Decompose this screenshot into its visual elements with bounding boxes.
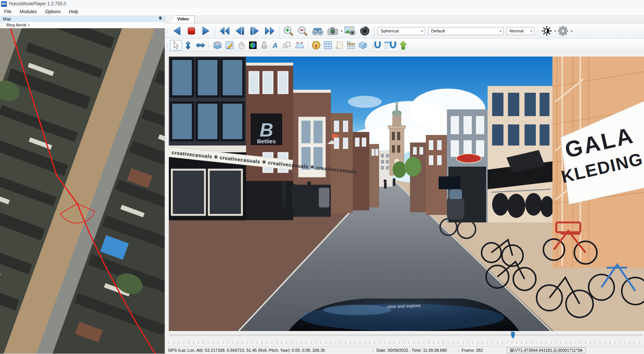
- image-export-icon: [344, 25, 356, 37]
- layers-tool-button[interactable]: [211, 40, 224, 51]
- map-city-blocks: [0, 28, 165, 354]
- map-layer-value: Bing Aerial: [6, 23, 26, 27]
- brightness-icon: [541, 25, 552, 37]
- perspective-tool-button[interactable]: [293, 40, 306, 51]
- play-button[interactable]: [199, 25, 213, 37]
- compass-tool-button[interactable]: [310, 40, 322, 51]
- snapshot-camera-button[interactable]: [325, 25, 340, 37]
- app-window: MP HorusMoviePlayer 1.2.735.0 File Modul…: [0, 0, 644, 354]
- brightness-button[interactable]: [540, 25, 554, 37]
- preset-dropdown[interactable]: Default ▾: [428, 27, 503, 35]
- perspective-icon: [294, 41, 305, 50]
- app-icon: MP: [1, 1, 7, 7]
- toolbar-grip: [167, 29, 168, 33]
- timeline-thumb[interactable]: [511, 332, 515, 339]
- next-frame-button[interactable]: [247, 25, 262, 37]
- status-bar: GPS (Lat, Lon, Alt): 53.217338, 6.569723…: [165, 346, 644, 354]
- window-title: HorusMoviePlayer 1.2.735.0: [9, 1, 66, 6]
- contrast-mask-button[interactable]: [247, 40, 259, 51]
- cursor-icon: [174, 41, 179, 49]
- tools-toolbar: A: [165, 39, 644, 52]
- toolbar-grip: [167, 43, 168, 47]
- zoom-in-icon: [283, 25, 295, 37]
- status-datetime: Date: 30/09/2022 , Time: 11:39:38.680: [373, 348, 458, 352]
- chevron-down-icon: ▾: [421, 29, 423, 33]
- projection-value: Spherical: [381, 29, 399, 33]
- export-up-button[interactable]: [398, 40, 409, 51]
- fast-rewind-icon: [218, 25, 231, 37]
- menu-modules[interactable]: Modules: [15, 8, 41, 15]
- map-toolbar: Bing Aerial ▾: [0, 22, 165, 28]
- copy-region-button[interactable]: [281, 40, 293, 51]
- separator: [215, 25, 215, 37]
- play-reverse-button[interactable]: [170, 25, 184, 37]
- chevron-down-icon[interactable]: ▾: [571, 29, 572, 33]
- projection-dropdown[interactable]: Spherical ▾: [378, 27, 425, 35]
- separator: [374, 25, 374, 37]
- spotlight-tool-button[interactable]: [259, 40, 270, 51]
- script-log-button[interactable]: [333, 40, 345, 51]
- panorama-lens-button[interactable]: [358, 25, 372, 37]
- fast-rewind-button[interactable]: [217, 25, 232, 37]
- video-viewport[interactable]: B Betties creativecasuals ✳ creativecasu…: [169, 57, 644, 331]
- draw-edit-tool-button[interactable]: [224, 40, 236, 51]
- menu-help[interactable]: Help: [65, 8, 83, 15]
- betties-sign: B Betties: [251, 114, 282, 145]
- next-frame-icon: [248, 25, 261, 37]
- stop-button[interactable]: [184, 25, 199, 37]
- cube-icon: [358, 41, 368, 50]
- import-gps-button[interactable]: GPS: [369, 40, 382, 51]
- mouse-tool-button[interactable]: [236, 40, 247, 51]
- playback-mode-value: Normal: [509, 29, 523, 33]
- data-table-button[interactable]: [345, 40, 357, 51]
- select-tool-button[interactable]: [170, 40, 182, 51]
- timeline[interactable]: [165, 331, 644, 339]
- timeline-ruler[interactable]: [169, 340, 642, 345]
- import-grid-button[interactable]: GRID: [382, 40, 398, 51]
- map-panel: Map Bing Aerial ▾: [0, 16, 165, 354]
- svg-text:Betties: Betties: [257, 138, 276, 144]
- vertical-measure-button[interactable]: [182, 40, 194, 51]
- title-bar: MP HorusMoviePlayer 1.2.735.0: [0, 0, 644, 8]
- export-image-button[interactable]: [343, 25, 358, 37]
- camera-icon: [326, 25, 339, 37]
- horizontal-measure-button[interactable]: [194, 40, 207, 51]
- fast-forward-button[interactable]: [262, 25, 277, 37]
- pin-icon[interactable]: [158, 17, 162, 21]
- gear-icon: [557, 25, 569, 37]
- compass-icon: [311, 41, 321, 50]
- svg-text:B: B: [260, 120, 273, 141]
- toolbar-grip: [1, 23, 2, 27]
- binoculars-icon: [311, 25, 324, 37]
- map-panel-header: Map: [0, 16, 165, 22]
- settings-button[interactable]: [556, 25, 570, 37]
- contrast-mask-icon: [248, 41, 257, 50]
- playback-toolbar: ▾ Spherical ▾: [165, 23, 644, 39]
- playback-mode-dropdown[interactable]: Normal ▾: [506, 27, 534, 35]
- zoom-out-icon: [297, 25, 309, 37]
- copy-region-icon: [282, 41, 292, 50]
- text-tool-button[interactable]: A: [270, 40, 281, 51]
- separator: [279, 25, 280, 37]
- zoom-out-button[interactable]: [296, 25, 310, 37]
- separator: [538, 25, 538, 37]
- zoom-in-button[interactable]: [281, 25, 296, 37]
- map-layer-dropdown[interactable]: Bing Aerial ▾: [4, 22, 32, 28]
- menu-file[interactable]: File: [0, 8, 15, 15]
- grid-import-icon: GRID: [384, 40, 396, 50]
- tab-video[interactable]: Video: [171, 15, 194, 23]
- status-event-sentence: $EVT1,473994.641181,G,00001711*3A: [506, 347, 586, 353]
- menu-options[interactable]: Options: [41, 8, 65, 15]
- horizontal-arrows-icon: [196, 43, 205, 48]
- previous-frame-button[interactable]: [232, 25, 247, 37]
- play-icon: [203, 27, 209, 35]
- map-viewport[interactable]: [0, 28, 165, 354]
- tab-strip: Video: [165, 16, 644, 23]
- svg-text:GPS: GPS: [372, 43, 375, 49]
- find-binoculars-button[interactable]: [310, 25, 325, 37]
- grid-overlay-button[interactable]: [322, 40, 333, 51]
- status-frame: Frame: 282: [458, 348, 504, 352]
- cube-3d-button[interactable]: [357, 40, 369, 51]
- grid-icon: [323, 41, 332, 50]
- timeline-groove[interactable]: [169, 334, 643, 336]
